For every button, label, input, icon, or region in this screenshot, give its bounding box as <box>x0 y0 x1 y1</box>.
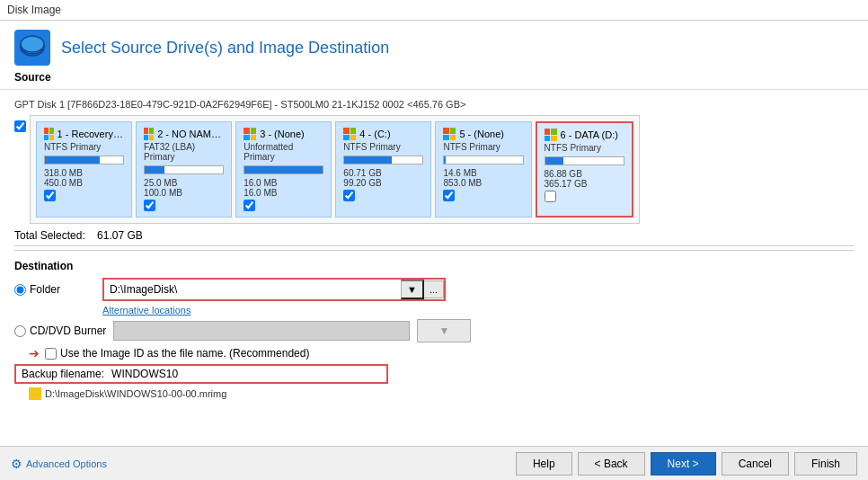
title-bar: Disk Image <box>0 0 868 21</box>
partition-header: 1 - Recovery (None) <box>44 128 124 140</box>
folder-radio-label[interactable]: Folder <box>14 283 95 296</box>
total-selected-label: Total Selected: <box>14 229 85 242</box>
windows-icon <box>545 129 557 141</box>
disk-outer: 1 - Recovery (None) NTFS Primary 318.0 M… <box>14 115 854 224</box>
partition-block: 3 - (None) Unformatted Primary 16.0 MB16… <box>235 121 332 218</box>
partition-progress <box>144 165 224 174</box>
folder-dropdown-btn[interactable]: ▼ <box>401 280 424 299</box>
cd-row: CD/DVD Burner ▼ <box>14 319 854 342</box>
partition-checkbox-row[interactable] <box>545 191 624 202</box>
cd-radio-label[interactable]: CD/DVD Burner <box>14 324 106 337</box>
source-label: Source <box>14 71 854 84</box>
partition-name: 3 - (None) <box>260 129 305 139</box>
finish-button[interactable]: Finish <box>794 452 857 476</box>
partition-check[interactable] <box>144 200 155 211</box>
partition-progress <box>443 156 523 164</box>
partition-check[interactable] <box>244 200 255 211</box>
partition-sizes: 16.0 MB16.0 MB <box>244 178 323 198</box>
bottom-left: ⚙ Advanced Options <box>11 457 107 471</box>
partition-progress <box>244 165 323 174</box>
partition-name: 6 - DATA (D:) <box>561 129 618 140</box>
partition-progress <box>545 156 624 165</box>
partition-type: NTFS Primary <box>545 143 624 153</box>
partition-block: 4 - (C:) NTFS Primary 60.71 GB99.20 GB <box>335 121 431 218</box>
partition-checkbox-row[interactable] <box>44 190 124 201</box>
header-section: Select Source Drive(s) and Image Destina… <box>0 21 868 90</box>
partition-name: 2 - NO NAME (Non <box>157 129 224 139</box>
partition-check[interactable] <box>443 190 455 201</box>
partition-check[interactable] <box>44 190 56 201</box>
windows-icon <box>144 128 154 140</box>
partition-header: 6 - DATA (D:) <box>545 129 624 141</box>
partition-header: 4 - (C:) <box>343 128 423 140</box>
partition-name: 4 - (C:) <box>359 129 390 139</box>
app-title: Disk Image <box>7 4 61 16</box>
cd-dropdown-btn: ▼ <box>417 319 471 342</box>
partition-progress <box>44 156 124 164</box>
advanced-icon: ⚙ <box>11 457 22 471</box>
partition-check[interactable] <box>545 191 556 202</box>
back-button[interactable]: < Back <box>578 452 645 476</box>
partition-checkbox-row[interactable] <box>244 200 323 211</box>
main-container: Select Source Drive(s) and Image Destina… <box>0 21 868 480</box>
partition-header: 3 - (None) <box>244 128 323 140</box>
folder-radio[interactable] <box>14 284 26 296</box>
browse-btn[interactable]: ... <box>424 280 444 298</box>
backup-filename-input[interactable] <box>111 368 381 380</box>
alt-locations-link[interactable]: Alternative locations <box>102 305 854 316</box>
partition-checkbox-row[interactable] <box>443 190 523 201</box>
output-path-row: D:\ImageDisk\WINDOWS10-00-00.mrimg <box>29 387 854 400</box>
windows-icon <box>44 128 54 140</box>
partition-check[interactable] <box>343 190 355 201</box>
filename-section: Backup filename: <box>14 364 854 384</box>
folder-icon <box>29 387 41 400</box>
partition-checkbox-row[interactable] <box>343 190 423 201</box>
cancel-button[interactable]: Cancel <box>722 452 789 476</box>
partition-header: 2 - NO NAME (Non <box>144 128 224 140</box>
partition-type: NTFS Primary <box>44 142 124 152</box>
partition-sizes: 25.0 MB100.0 MB <box>144 178 224 198</box>
bottom-bar: ⚙ Advanced Options Help < Back Next > Ca… <box>0 446 868 480</box>
folder-input-group: ▼ ... <box>102 278 446 301</box>
destination-section: Destination Folder ▼ ... Alternative loc… <box>14 254 854 404</box>
next-button[interactable]: Next > <box>651 452 716 476</box>
partition-sizes: 318.0 MB450.0 MB <box>44 168 124 188</box>
partition-name: 1 - Recovery (None) <box>58 129 125 139</box>
advanced-options-link[interactable]: Advanced Options <box>26 458 107 469</box>
disk-select-checkbox[interactable] <box>14 120 26 132</box>
bottom-right: Help < Back Next > Cancel Finish <box>516 452 857 476</box>
partition-sizes: 60.71 GB99.20 GB <box>343 168 423 188</box>
partition-checkbox-row[interactable] <box>144 200 224 211</box>
partition-name: 5 - (None) <box>459 129 504 139</box>
imageid-check[interactable] <box>45 348 57 360</box>
disk-main-checkbox[interactable] <box>14 115 30 135</box>
folder-path-input[interactable] <box>104 280 401 298</box>
partition-type: FAT32 (LBA) Primary <box>144 142 224 162</box>
imageid-checkbox[interactable]: Use the Image ID as the file name. (Reco… <box>45 347 309 360</box>
content-area: GPT Disk 1 [7F866D23-18E0-479C-921D-0A2F… <box>0 90 868 446</box>
partition-progress <box>343 156 423 164</box>
partitions-container: 1 - Recovery (None) NTFS Primary 318.0 M… <box>30 115 640 224</box>
svg-point-2 <box>21 36 44 52</box>
filename-wrapper: Backup filename: <box>14 364 388 384</box>
help-button[interactable]: Help <box>516 452 572 476</box>
app-icon <box>14 30 50 66</box>
partition-type: NTFS Primary <box>343 142 423 152</box>
partition-block: 6 - DATA (D:) NTFS Primary 86.88 GB365.1… <box>536 121 633 218</box>
folder-row: Folder ▼ ... <box>14 278 854 301</box>
total-selected: Total Selected: 61.07 GB <box>14 224 854 246</box>
disk-info-bar: GPT Disk 1 [7F866D23-18E0-479C-921D-0A2F… <box>14 97 854 111</box>
backup-filename-label: Backup filename: <box>22 368 104 380</box>
arrow-row: ➔ Use the Image ID as the file name. (Re… <box>29 346 854 360</box>
windows-icon <box>443 128 456 140</box>
windows-icon <box>343 128 356 140</box>
windows-icon <box>244 128 256 140</box>
partition-type: Unformatted Primary <box>244 142 323 162</box>
partition-sizes: 86.88 GB365.17 GB <box>545 169 624 189</box>
total-selected-value: 61.07 GB <box>97 229 143 242</box>
partition-header: 5 - (None) <box>443 128 523 140</box>
cd-input <box>113 321 410 341</box>
cd-radio[interactable] <box>14 325 26 337</box>
partition-type: NTFS Primary <box>443 142 523 152</box>
output-path: D:\ImageDisk\WINDOWS10-00-00.mrimg <box>45 388 226 399</box>
